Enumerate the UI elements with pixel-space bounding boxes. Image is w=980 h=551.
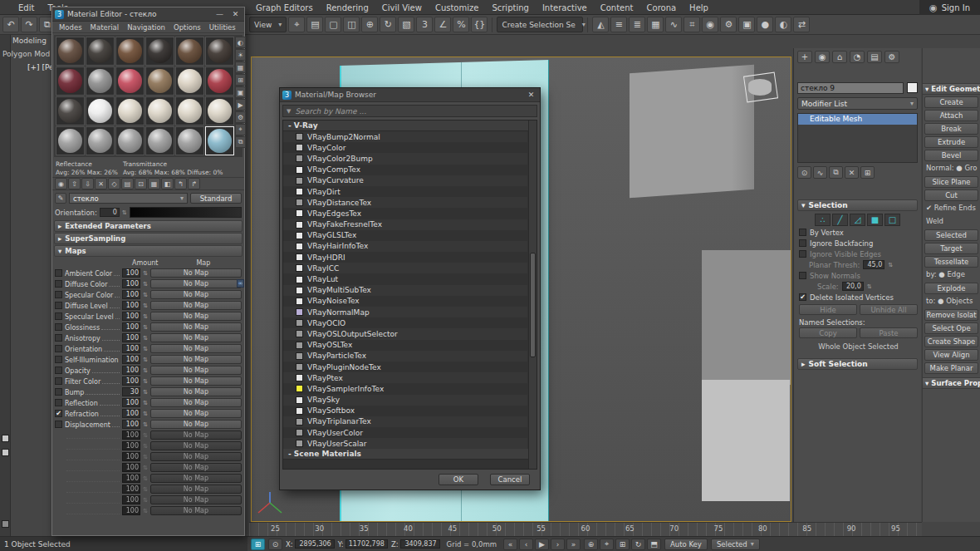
map-amount-field[interactable]: 100 [122, 268, 140, 278]
spinner-icon[interactable]: ⇅ [143, 390, 148, 395]
orbit-icon[interactable]: ↻ [631, 539, 645, 550]
map-list-item[interactable]: VRayTriplanarTex [283, 416, 527, 427]
close-icon[interactable]: ✕ [229, 9, 242, 20]
spinner-icon[interactable]: ⇅ [143, 411, 148, 416]
map-list-item[interactable]: VRaySamplerInfoTex [283, 383, 527, 394]
map-list-item[interactable]: VRayFakeFresnelTex [283, 219, 527, 230]
play-icon[interactable]: ▶ [535, 539, 549, 550]
create-tab-icon[interactable]: + [797, 51, 812, 63]
menu-item[interactable]: Customize [429, 3, 486, 12]
reference-coordinate-dropdown[interactable]: View ▾ [249, 17, 287, 32]
material-sample-slot[interactable] [115, 96, 145, 125]
scrollbar-thumb[interactable] [530, 253, 536, 357]
window-crossing-icon[interactable]: ◫ [343, 17, 360, 32]
background-icon[interactable]: ▦ [235, 61, 246, 73]
selection-rollout-header[interactable]: ▾ Selection [797, 199, 918, 211]
edit-geometry-button[interactable]: by: ● Edge [924, 269, 978, 281]
video-color-check-icon[interactable]: ▣ [235, 86, 246, 98]
edge-subobject-icon[interactable]: ╱ [832, 214, 848, 226]
map-assign-button[interactable]: No Map [150, 376, 242, 386]
assign-to-selection-icon[interactable]: ⇩ [81, 178, 94, 189]
go-forward-sibling-icon[interactable]: ↱ [188, 178, 200, 189]
material-sample-slot[interactable] [145, 66, 174, 96]
edit-geometry-rollout-header[interactable]: ▾ Edit Geometry [923, 83, 980, 95]
map-enable-checkbox[interactable] [55, 280, 62, 288]
material-editor-icon[interactable]: ◉ [702, 17, 718, 32]
edit-geometry-button[interactable]: Weld [924, 216, 978, 228]
menu-item[interactable]: Navigation [124, 23, 169, 32]
edit-geometry-button[interactable]: ✔ Refine Ends [924, 203, 978, 214]
menu-item[interactable]: Content [594, 3, 640, 12]
map-list-item[interactable]: VRaySky [283, 395, 527, 406]
material-sample-slot[interactable] [145, 96, 174, 125]
box-object[interactable] [702, 250, 791, 385]
map-enable-checkbox[interactable] [55, 334, 62, 342]
map-list-item[interactable]: VRayUserScalar [283, 438, 527, 449]
map-list-item[interactable]: VRayParticleTex [283, 351, 527, 362]
menu-item[interactable]: Modes [56, 23, 86, 32]
material-name-dropdown[interactable]: стекло ▾ [69, 193, 188, 204]
curve-editor-icon[interactable]: ∿ [665, 17, 682, 32]
map-amount-field[interactable]: 100 [122, 398, 140, 407]
map-assign-button[interactable]: No Map [150, 344, 242, 353]
orientation-field[interactable]: 0 [100, 208, 120, 217]
map-assign-button[interactable]: No Map [150, 366, 242, 375]
stack-item-editable-mesh[interactable]: Editable Mesh [798, 114, 917, 125]
map-amount-field[interactable]: 100 [122, 366, 140, 375]
supersampling-rollout[interactable]: ▸ SuperSampling [54, 233, 243, 244]
select-and-move-icon[interactable]: ⊕ [361, 17, 378, 32]
map-list-item[interactable]: VRayPtex [283, 372, 527, 383]
spinner-icon[interactable]: ⇅ [143, 293, 148, 298]
spinner-icon[interactable]: ⇅ [867, 284, 872, 289]
material-sample-slot[interactable] [175, 66, 204, 96]
normals-scale-field[interactable]: 20,0 [842, 282, 864, 291]
map-assign-button[interactable]: No Map [150, 312, 242, 321]
select-and-rotate-icon[interactable]: ↻ [380, 17, 396, 32]
go-to-end-icon[interactable]: » [566, 539, 581, 550]
rendered-frame-icon[interactable]: ▣ [738, 17, 755, 32]
material-sample-slot[interactable] [115, 37, 145, 66]
selection-lock-icon[interactable]: ⊙ [268, 539, 282, 550]
hierarchy-tab-icon[interactable]: ⌂ [832, 51, 847, 63]
material-sample-slot[interactable] [205, 66, 234, 96]
menu-item[interactable]: Edit [12, 3, 41, 12]
show-normals-checkbox[interactable] [799, 272, 806, 279]
material-sample-slot[interactable] [205, 96, 234, 125]
box-object[interactable] [702, 380, 790, 501]
menu-item[interactable]: Civil View [375, 3, 429, 12]
render-production-icon[interactable]: ● [757, 17, 773, 32]
map-enable-checkbox[interactable] [55, 421, 62, 428]
map-list-item[interactable]: VRayCurvature [283, 175, 527, 186]
map-list-item[interactable]: VRayNoiseTex [283, 296, 527, 307]
map-list-item[interactable]: VRayColor [283, 142, 527, 153]
map-assign-button[interactable]: No Map [150, 495, 242, 504]
reset-map-icon[interactable]: ✕ [95, 178, 107, 189]
map-amount-field[interactable]: 100 [122, 506, 140, 515]
box-object[interactable] [630, 65, 754, 198]
map-amount-field[interactable]: 100 [122, 485, 140, 494]
map-amount-field[interactable]: 100 [122, 322, 140, 332]
edit-geometry-button[interactable]: Break [924, 123, 978, 135]
map-amount-field[interactable]: 100 [122, 344, 140, 353]
polygon-subobject-icon[interactable]: ■ [867, 214, 883, 226]
key-filters-selected-dropdown[interactable]: Selected ▾ [711, 539, 760, 550]
map-assign-button[interactable]: No Map [150, 420, 242, 429]
map-amount-field[interactable]: 100 [122, 474, 140, 483]
spinner-icon[interactable]: ⇅ [143, 476, 148, 481]
angle-snap-icon[interactable]: ∠ [434, 17, 451, 32]
menu-item[interactable]: Utilities [206, 23, 239, 32]
spinner-icon[interactable]: ⇅ [143, 487, 148, 492]
align-icon[interactable]: ≡ [610, 17, 627, 32]
go-to-start-icon[interactable]: « [503, 539, 517, 550]
viewport-layout-tab-icon[interactable] [2, 449, 9, 456]
map-list-item[interactable]: VRayOCIO [283, 317, 527, 328]
minimize-icon[interactable]: — [213, 9, 226, 20]
material-sample-slot[interactable] [56, 126, 85, 155]
map-list-item[interactable]: VRayPluginNodeTex [283, 362, 527, 372]
material-sample-slot[interactable] [115, 126, 145, 155]
get-material-icon[interactable]: ◉ [55, 178, 67, 189]
spinner-icon[interactable]: ⇅ [143, 433, 148, 438]
menu-item[interactable]: Corona [640, 3, 684, 12]
material-sample-slot[interactable] [56, 37, 85, 66]
material-sample-slot[interactable] [86, 37, 115, 66]
